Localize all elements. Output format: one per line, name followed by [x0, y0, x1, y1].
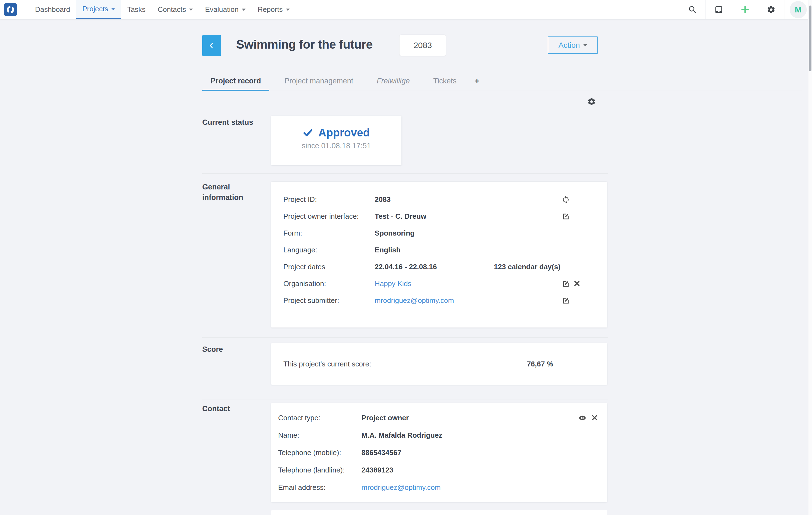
score-card: This project's current score: 76,67 % — [271, 343, 607, 385]
scrollbar — [808, 0, 812, 515]
scrollbar-thumb[interactable] — [809, 5, 811, 71]
back-button[interactable] — [202, 35, 221, 56]
main-menu: Dashboard Projects Tasks Contacts Evalua… — [29, 0, 296, 19]
section-settings-button[interactable] — [587, 97, 596, 106]
score-row: This project's current score: 76,67 % — [271, 343, 607, 385]
row-value: Project owner — [361, 414, 599, 422]
row-label: Form: — [283, 229, 375, 238]
contact-row-email: Email address: mrodriguez@optimy.com — [271, 479, 607, 496]
calendar-days: 123 calendar day(s) — [494, 263, 553, 271]
edit-icon — [561, 296, 570, 305]
general-information-card: Project ID: 2083 Project owner interface… — [271, 182, 607, 327]
view-button[interactable] — [578, 414, 587, 422]
row-value: 24389123 — [361, 466, 599, 475]
section-divider — [202, 400, 608, 400]
row-value: Test - C. Dreuw — [375, 212, 494, 221]
top-nav: Dashboard Projects Tasks Contacts Evalua… — [0, 0, 812, 19]
add-button[interactable] — [732, 0, 758, 19]
eye-icon — [578, 414, 587, 422]
row-label: Email address: — [278, 483, 361, 492]
search-icon — [688, 5, 697, 14]
row-label: Name: — [278, 431, 361, 440]
row-label: Language: — [283, 246, 375, 254]
check-icon — [303, 128, 313, 138]
nav-actions: M — [679, 0, 812, 19]
optimy-ring-icon — [6, 5, 15, 15]
chevron-down-icon — [111, 8, 115, 10]
row-label: Project owner interface: — [283, 212, 375, 221]
plus-icon — [741, 5, 750, 14]
nav-item-dashboard[interactable]: Dashboard — [29, 0, 76, 19]
row-label: Project dates — [283, 263, 375, 271]
user-avatar[interactable]: M — [784, 0, 812, 19]
section-divider — [202, 337, 608, 338]
avatar-circle: M — [790, 1, 807, 18]
score-row-label: This project's current score: — [283, 360, 371, 369]
tab-freiwillige[interactable]: Freiwillige — [368, 73, 418, 90]
action-button[interactable]: Action — [548, 36, 598, 54]
close-icon — [573, 279, 581, 287]
tab-project-management[interactable]: Project management — [276, 73, 361, 90]
nav-item-evaluation[interactable]: Evaluation — [199, 0, 251, 19]
edit-icon — [561, 212, 570, 221]
row-value: Sponsoring — [375, 229, 494, 238]
refresh-button[interactable] — [561, 195, 570, 204]
refresh-icon — [561, 195, 570, 204]
edit-button[interactable] — [561, 296, 570, 305]
score-value: 76,67 % — [527, 360, 553, 369]
chevron-down-icon — [286, 8, 290, 11]
remove-button[interactable] — [591, 414, 599, 422]
edit-icon — [561, 279, 570, 288]
nav-item-contacts[interactable]: Contacts — [152, 0, 199, 19]
tab-project-record[interactable]: Project record — [202, 73, 269, 90]
avatar-initial: M — [795, 5, 802, 15]
row-value: 2083 — [375, 195, 494, 204]
next-card-partial — [271, 510, 607, 515]
info-row-form: Form: Sponsoring — [271, 225, 607, 242]
section-label-score: Score — [202, 344, 260, 355]
add-tab-button[interactable]: + — [472, 73, 482, 90]
edit-button[interactable] — [561, 279, 570, 288]
chevron-down-icon — [189, 8, 193, 11]
chevron-down-icon — [583, 44, 587, 46]
contact-row-name: Name: M.A. Mafalda Rodriguez — [271, 427, 607, 444]
row-label: Project submitter: — [283, 296, 375, 305]
project-submitter-link[interactable]: mrodriguez@optimy.com — [375, 296, 494, 305]
row-value: 8865434567 — [361, 449, 599, 457]
nav-item-tasks[interactable]: Tasks — [121, 0, 151, 19]
app-logo[interactable] — [4, 3, 17, 16]
info-row-project-owner-interface: Project owner interface: Test - C. Dreuw — [271, 208, 607, 225]
row-label: Telephone (mobile): — [278, 449, 361, 457]
edit-button[interactable] — [561, 212, 570, 221]
status-value: Approved — [318, 127, 370, 139]
gear-icon — [587, 97, 596, 106]
close-icon — [591, 414, 599, 422]
chevron-left-icon — [207, 41, 216, 50]
gear-icon — [767, 5, 776, 14]
info-row-project-dates: Project dates 22.04.16 - 22.08.16 123 ca… — [271, 259, 607, 275]
tab-tickets[interactable]: Tickets — [425, 73, 465, 90]
info-row-organisation: Organisation: Happy Kids — [271, 275, 607, 292]
row-label: Telephone (landline): — [278, 466, 361, 475]
inbox-button[interactable] — [705, 0, 732, 19]
search-button[interactable] — [679, 0, 705, 19]
row-label: Contact type: — [278, 414, 361, 422]
section-label-contact: Contact — [202, 403, 260, 414]
contact-row-type: Contact type: Project owner — [271, 409, 607, 427]
remove-button[interactable] — [573, 279, 582, 288]
chevron-down-icon — [242, 8, 245, 11]
info-row-project-id: Project ID: 2083 — [271, 191, 607, 208]
nav-item-projects[interactable]: Projects — [76, 0, 121, 19]
record-tabs: Project record Project management Freiwi… — [202, 73, 802, 91]
contact-email-link[interactable]: mrodriguez@optimy.com — [361, 483, 599, 492]
settings-button[interactable] — [758, 0, 784, 19]
contact-row-mobile: Telephone (mobile): 8865434567 — [271, 444, 607, 461]
organisation-link[interactable]: Happy Kids — [375, 279, 494, 288]
section-label-current-status: Current status — [202, 117, 260, 128]
contact-card: Contact type: Project owner Name: M.A. M… — [271, 403, 607, 502]
info-row-language: Language: English — [271, 242, 607, 259]
status-since: since 01.08.18 17:51 — [271, 142, 401, 150]
nav-item-reports[interactable]: Reports — [252, 0, 296, 19]
row-value: M.A. Mafalda Rodriguez — [361, 431, 599, 440]
project-id-field[interactable]: 2083 — [399, 34, 446, 56]
